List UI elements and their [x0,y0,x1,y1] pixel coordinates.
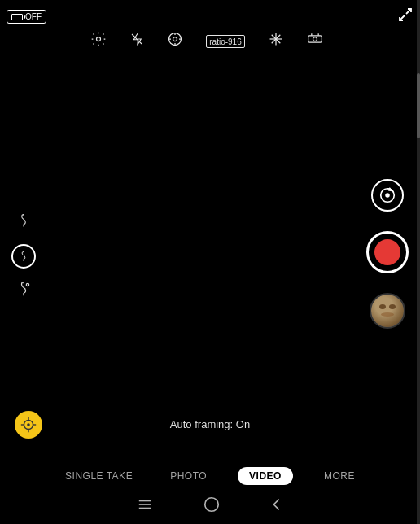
filter-light-icon[interactable] [16,212,31,233]
left-controls [11,212,36,301]
svg-point-10 [313,37,317,41]
recent-apps-icon[interactable] [136,497,154,516]
mode-tabs: SINGLE TAKE PHOTO VIDEO MORE [0,467,420,485]
last-photo-thumbnail[interactable] [370,293,405,329]
flip-camera-icon[interactable] [307,31,323,51]
filter-selected-icon[interactable] [11,244,36,269]
auto-framing-text: Auto framing: On [170,418,250,430]
scrollbar-thumb [417,73,420,138]
auto-framing-emoji [15,411,42,439]
ratio-icon[interactable]: ratio-916 [206,35,244,48]
record-dot [374,239,400,265]
svg-point-24 [205,498,219,512]
filter-sparkle-icon[interactable] [15,280,32,301]
camera-viewfinder [0,0,417,524]
svg-point-5 [173,37,177,41]
top-bar: OFF [7,7,413,27]
ratio-label: ratio-916 [209,37,241,46]
tab-photo[interactable]: PHOTO [164,467,213,485]
tab-video[interactable]: VIDEO [238,467,293,485]
svg-point-13 [385,193,390,198]
right-controls [366,179,409,329]
battery-off-badge: OFF [7,10,46,24]
record-button[interactable] [366,231,409,273]
off-label: OFF [25,12,42,21]
settings-row: ratio-916 [0,31,413,51]
tab-more[interactable]: MORE [317,467,361,485]
motion-icon[interactable] [167,31,183,51]
thumbnail-image [371,295,404,327]
system-nav [0,496,420,517]
battery-icon [11,14,23,20]
auto-framing-section: Auto framing: On [0,418,420,430]
back-icon[interactable] [269,496,284,517]
flash-off-icon[interactable] [129,31,144,51]
tab-single-take[interactable]: SINGLE TAKE [59,467,139,485]
home-icon[interactable] [203,496,221,517]
svg-point-2 [97,37,101,41]
svg-point-11 [26,283,28,286]
sparkle-icon[interactable] [268,31,284,51]
framing-button[interactable] [371,179,404,212]
expand-icon[interactable] [397,7,413,27]
settings-icon[interactable] [90,31,107,51]
svg-point-16 [27,423,30,426]
scrollbar[interactable] [417,0,420,524]
